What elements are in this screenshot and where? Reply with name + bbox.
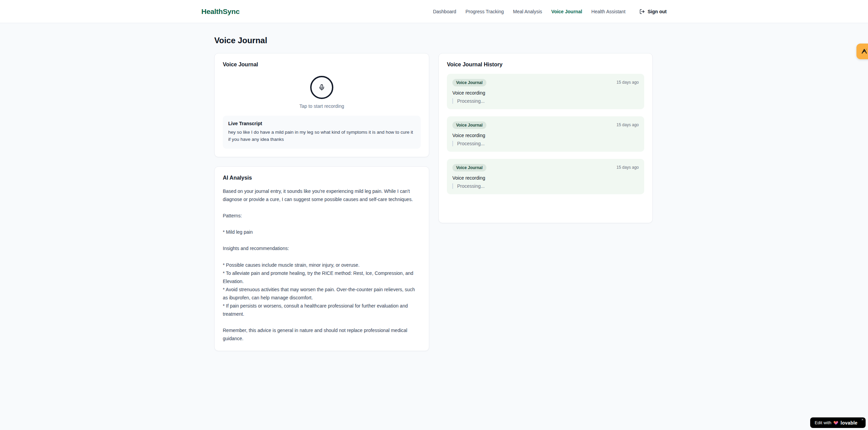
navbar-container: HealthSync Dashboard Progress Tracking M… <box>201 0 667 23</box>
record-button[interactable] <box>310 76 333 99</box>
close-icon[interactable]: × <box>862 418 864 421</box>
entry-status: Processing... <box>452 183 639 189</box>
nav-dashboard[interactable]: Dashboard <box>433 9 456 14</box>
entry-status: Processing... <box>452 141 639 146</box>
ai-analysis-card: AI Analysis Based on your journal entry,… <box>214 166 429 351</box>
history-entry[interactable]: Voice Journal 15 days ago Voice recordin… <box>447 74 644 109</box>
nav-health-assistant[interactable]: Health Assistant <box>591 9 625 14</box>
peak-logo-icon <box>861 48 868 55</box>
voice-journal-card: Voice Journal Tap to start recording <box>214 53 429 157</box>
nav-meal-analysis[interactable]: Meal Analysis <box>513 9 542 14</box>
history-entry[interactable]: Voice Journal 15 days ago Voice recordin… <box>447 116 644 152</box>
entry-type-badge: Voice Journal <box>452 79 486 86</box>
voice-journal-history-card: Voice Journal History Voice Journal 15 d… <box>438 53 653 223</box>
recorder-area: Tap to start recording <box>223 74 421 109</box>
history-entry-header: Voice Journal 15 days ago <box>452 121 639 129</box>
edit-with-label: Edit with <box>815 420 831 425</box>
gradient-heart-icon <box>833 420 838 425</box>
tap-to-record-hint: Tap to start recording <box>299 103 344 109</box>
main-content: Voice Journal Voice Journal <box>214 23 654 351</box>
left-column: Voice Journal Tap to start recording <box>214 53 429 351</box>
history-entry-header: Voice Journal 15 days ago <box>452 164 639 171</box>
ai-analysis-body: Based on your journal entry, it sounds l… <box>223 187 421 343</box>
nav-voice-journal[interactable]: Voice Journal <box>551 9 582 14</box>
primary-nav: Dashboard Progress Tracking Meal Analysi… <box>433 9 667 14</box>
entry-type-badge: Voice Journal <box>452 164 486 171</box>
live-transcript-text: hey so like I do have a mild pain in my … <box>228 129 415 143</box>
entry-description: Voice recording <box>452 175 639 181</box>
sign-out-button[interactable]: Sign out <box>639 9 667 14</box>
history-entry-header: Voice Journal 15 days ago <box>452 79 639 86</box>
entry-timestamp: 15 days ago <box>617 79 639 85</box>
log-out-icon <box>639 9 645 14</box>
page-title: Voice Journal <box>214 36 654 45</box>
sign-out-label: Sign out <box>648 9 667 14</box>
top-navbar: HealthSync Dashboard Progress Tracking M… <box>0 0 868 23</box>
microphone-icon <box>318 84 325 91</box>
live-transcript-label: Live Transcript <box>228 121 415 126</box>
history-entry[interactable]: Voice Journal 15 days ago Voice recordin… <box>447 159 644 194</box>
brand-logo[interactable]: HealthSync <box>201 7 239 16</box>
live-transcript-box: Live Transcript hey so like I do have a … <box>223 116 421 149</box>
entry-description: Voice recording <box>452 90 639 96</box>
ai-analysis-card-title: AI Analysis <box>223 175 421 181</box>
nav-progress-tracking[interactable]: Progress Tracking <box>465 9 504 14</box>
feedback-fab-button[interactable] <box>856 44 868 59</box>
content-grid: Voice Journal Tap to start recording <box>214 53 654 351</box>
entry-timestamp: 15 days ago <box>617 121 639 127</box>
entry-type-badge: Voice Journal <box>452 121 486 129</box>
lovable-brand-label: lovable <box>840 420 857 426</box>
history-card-title: Voice Journal History <box>447 62 644 68</box>
edit-with-lovable-badge[interactable]: Edit with lovable × <box>810 417 866 428</box>
voice-journal-card-title: Voice Journal <box>223 62 421 68</box>
entry-timestamp: 15 days ago <box>617 164 639 170</box>
entry-status: Processing... <box>452 98 639 104</box>
entry-description: Voice recording <box>452 133 639 138</box>
